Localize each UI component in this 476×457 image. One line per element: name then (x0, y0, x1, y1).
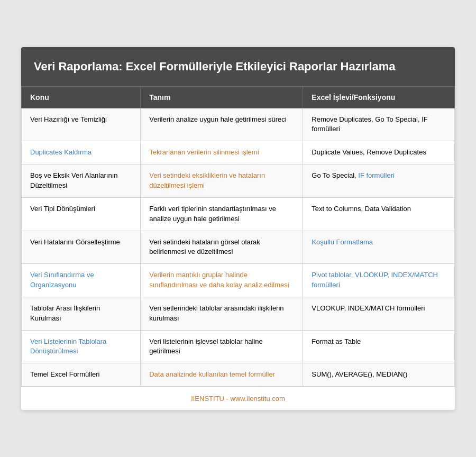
cell-excel: SUM(), AVERAGE(), MEDIAN() (303, 363, 455, 387)
cell-konu: Boş ve Eksik Veri Alanlarının Düzeltilme… (22, 164, 141, 198)
cell-excel: Koşullu Formatlama (303, 231, 455, 264)
main-card: Veri Raporlama: Excel Formülleriyle Etki… (21, 47, 455, 410)
table-row: Temel Excel FormülleriData analizinde ku… (22, 363, 455, 387)
cell-tanim: Verilerin analize uygun hale getirilmesi… (141, 108, 303, 141)
table-row: Veri Hazırlığı ve TemizliğiVerilerin ana… (22, 108, 455, 141)
cell-konu: Veri Hatalarını Görselleştirme (22, 231, 141, 264)
cell-konu: Veri Listelerinin Tablolara Dönüştürülme… (22, 330, 141, 363)
cell-tanim: Tekrarlanan verilerin silinmesi işlemi (141, 141, 303, 164)
table-row: Boş ve Eksik Veri Alanlarının Düzeltilme… (22, 164, 455, 198)
footer: IIENSTITU - www.iienstitu.com (21, 387, 455, 410)
cell-excel: Text to Columns, Data Validation (303, 197, 455, 231)
cell-excel: Duplicate Values, Remove Duplicates (303, 141, 455, 164)
cell-tanim: Veri setindeki hataların görsel olarak b… (141, 231, 303, 264)
cell-konu: Veri Tipi Dönüşümleri (22, 197, 141, 231)
table-row: Duplicates KaldırmaTekrarlanan verilerin… (22, 141, 455, 164)
table-row: Veri Tipi DönüşümleriFarklı veri tipleri… (22, 197, 455, 231)
col-header-konu: Konu (22, 86, 141, 108)
cell-excel: Go To Special, IF formülleri (303, 164, 455, 198)
cell-tanim: Data analizinde kullanılan temel formüll… (141, 363, 303, 387)
cell-konu: Tablolar Arası İlişkilerin Kurulması (22, 297, 141, 330)
col-header-excel: Excel İşlevi/Fonksiyonu (303, 86, 455, 108)
table-header-row: Konu Tanım Excel İşlevi/Fonksiyonu (22, 86, 455, 108)
cell-tanim: Verilerin mantıklı gruplar halinde sınıf… (141, 264, 303, 297)
table-row: Tablolar Arası İlişkilerin KurulmasıVeri… (22, 297, 455, 330)
cell-excel: Format as Table (303, 330, 455, 363)
cell-excel: Pivot tablolar, VLOOKUP, INDEX/MATCH for… (303, 264, 455, 297)
cell-konu: Temel Excel Formülleri (22, 363, 141, 387)
table-row: Veri Sınıflandırma ve OrganizasyonuVeril… (22, 264, 455, 297)
cell-excel: VLOOKUP, INDEX/MATCH formülleri (303, 297, 455, 330)
cell-tanim: Veri setlerindeki tablolar arasındaki il… (141, 297, 303, 330)
cell-excel: Remove Duplicates, Go To Special, IF for… (303, 108, 455, 141)
data-table: Konu Tanım Excel İşlevi/Fonksiyonu Veri … (21, 86, 455, 387)
table-row: Veri Hatalarını GörselleştirmeVeri setin… (22, 231, 455, 264)
cell-tanim: Farklı veri tiplerinin standartlaştırılm… (141, 197, 303, 231)
header: Veri Raporlama: Excel Formülleriyle Etki… (21, 47, 455, 86)
cell-tanim: Veri listelerinin işlevsel tablolar hali… (141, 330, 303, 363)
header-title: Veri Raporlama: Excel Formülleriyle Etki… (34, 59, 442, 75)
cell-konu: Veri Sınıflandırma ve Organizasyonu (22, 264, 141, 297)
cell-konu: Veri Hazırlığı ve Temizliği (22, 108, 141, 141)
col-header-tanim: Tanım (141, 86, 303, 108)
table-row: Veri Listelerinin Tablolara Dönüştürülme… (22, 330, 455, 363)
cell-konu: Duplicates Kaldırma (22, 141, 141, 164)
cell-tanim: Veri setindeki eksikliklerin ve hataları… (141, 164, 303, 198)
